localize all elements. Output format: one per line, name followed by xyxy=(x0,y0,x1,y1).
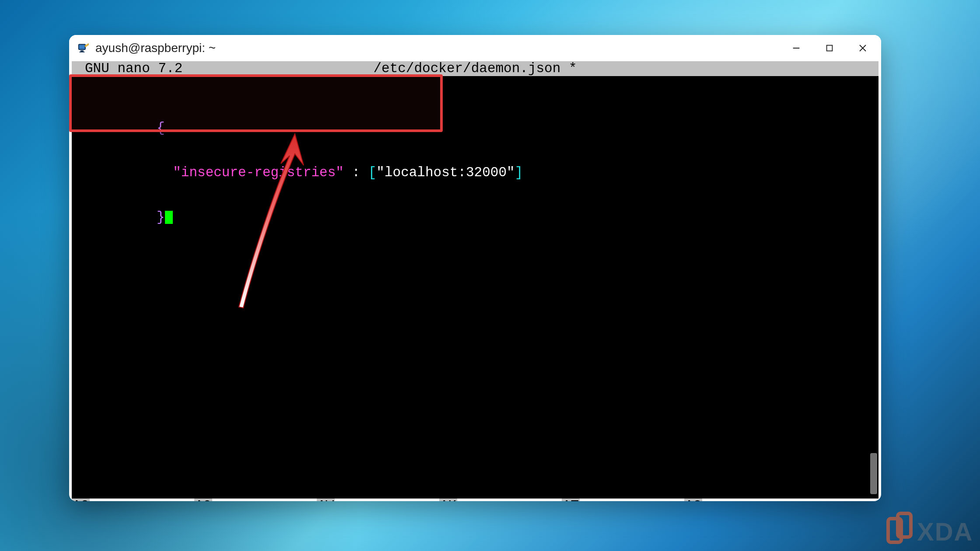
shortcut-whereis: ^WWhere Is xyxy=(317,499,439,501)
shortcut-row-1: ^GHelp ^OWrite Out ^WWhere Is ^KCut ^TEx… xyxy=(72,499,878,501)
svg-rect-1 xyxy=(79,45,84,49)
editor-line-3: } xyxy=(72,195,878,210)
svg-rect-5 xyxy=(827,45,833,51)
json-space2 xyxy=(360,165,368,180)
shortcut-execute: ^TExecute xyxy=(562,499,684,501)
svg-rect-3 xyxy=(79,52,84,52)
editor-line-1: { xyxy=(72,106,878,121)
nano-file-path: /etc/docker/daemon.json * xyxy=(72,61,878,76)
minimize-button[interactable] xyxy=(780,36,812,60)
json-colon: : xyxy=(352,165,360,180)
editor-line-2: "insecure-registries" : ["localhost:3200… xyxy=(72,150,878,165)
window-title: ayush@raspberrypi: ~ xyxy=(95,41,216,55)
terminal-area[interactable]: GNU nano 7.2 /etc/docker/daemon.json * {… xyxy=(72,61,878,499)
xda-watermark-icon: XDA xyxy=(886,512,978,549)
json-value: "localhost:32000" xyxy=(376,165,514,180)
nano-shortcut-bar: ^GHelp ^OWrite Out ^WWhere Is ^KCut ^TEx… xyxy=(72,469,878,499)
maximize-button[interactable] xyxy=(814,36,845,60)
desktop-background: ayush@raspberrypi: ~ GNU nano 7.2 /etc/d… xyxy=(0,0,980,551)
shortcut-writeout: ^OWrite Out xyxy=(194,499,317,501)
shortcut-help: ^GHelp xyxy=(72,499,194,501)
json-close-brace: } xyxy=(157,210,165,225)
watermark-text: XDA xyxy=(917,517,973,546)
titlebar[interactable]: ayush@raspberrypi: ~ xyxy=(69,35,881,61)
scrollbar-thumb[interactable] xyxy=(870,453,877,494)
nano-header-bar: GNU nano 7.2 /etc/docker/daemon.json * xyxy=(72,61,878,76)
json-array-close: ] xyxy=(515,165,523,180)
shortcut-cut: ^KCut xyxy=(439,499,562,501)
json-key: "insecure-registries" xyxy=(173,165,344,180)
json-array-open: [ xyxy=(368,165,377,180)
putty-icon xyxy=(77,42,89,54)
shortcut-location: ^CLocation xyxy=(684,499,807,501)
text-cursor xyxy=(165,211,173,224)
editor-viewport[interactable]: { "insecure-registries" : ["localhost:32… xyxy=(72,76,878,469)
json-indent xyxy=(157,165,173,180)
scrollbar-track[interactable] xyxy=(868,76,879,499)
close-button[interactable] xyxy=(847,36,878,60)
json-space1 xyxy=(344,165,352,180)
json-open-brace: { xyxy=(157,121,165,136)
terminal-window: ayush@raspberrypi: ~ GNU nano 7.2 /etc/d… xyxy=(69,35,881,501)
svg-rect-2 xyxy=(80,50,84,52)
